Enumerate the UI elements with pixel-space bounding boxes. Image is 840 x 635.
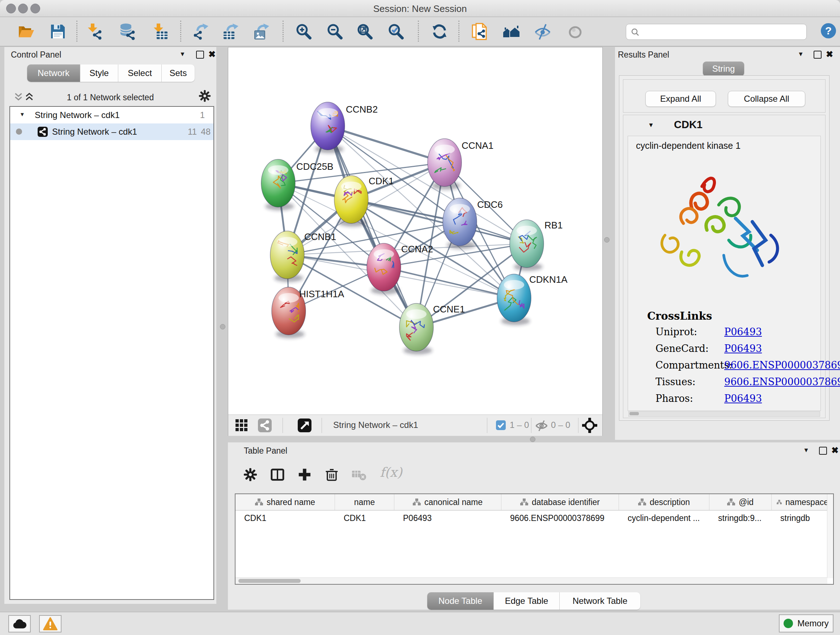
crosslink-link[interactable]: P06493 — [724, 343, 762, 354]
eye-slash-icon — [534, 23, 551, 40]
collapse-all-button[interactable]: Collapse All — [728, 91, 805, 107]
control-panel-menu-icon[interactable]: ▼ — [180, 51, 186, 58]
zoom-in-button[interactable] — [295, 23, 312, 40]
crosslink-link[interactable]: 9606.ENSP00000378699 — [724, 359, 840, 371]
warnings-button[interactable] — [39, 615, 62, 632]
toolbar-separator — [458, 21, 459, 42]
crosslink-label: Compartments: — [655, 359, 732, 371]
export-image-button[interactable] — [253, 23, 271, 40]
column-header[interactable]: @id — [709, 494, 772, 510]
crosslink-link[interactable]: P06493 — [724, 326, 762, 337]
column-header[interactable]: canonical name — [394, 494, 501, 510]
refresh-view-button[interactable] — [431, 23, 448, 40]
cloud-status-button[interactable] — [8, 615, 31, 632]
cell-shared-name[interactable]: CDK1 — [235, 510, 335, 526]
search-icon — [630, 27, 640, 37]
results-horizontal-scrollbar[interactable] — [628, 411, 820, 417]
network-selection-status: 1 of 1 Network selected — [4, 93, 216, 103]
section-expander-icon[interactable]: ▼ — [648, 122, 654, 129]
help-button[interactable]: ? — [820, 22, 837, 40]
import-database-icon — [118, 23, 136, 40]
crosslink-link[interactable]: P06493 — [724, 393, 762, 404]
zoom-selected-button[interactable] — [387, 23, 404, 40]
tab-network[interactable]: Network — [27, 65, 80, 82]
cell-canonical-name[interactable]: P06493 — [394, 510, 501, 526]
splitter-handle[interactable] — [604, 237, 609, 242]
column-header[interactable]: description — [619, 494, 709, 510]
first-neighbors-button[interactable] — [502, 23, 520, 40]
tab-select[interactable]: Select — [118, 65, 161, 82]
table-vertical-scrollbar[interactable] — [827, 494, 833, 578]
import-network-from-database-button[interactable] — [118, 23, 136, 40]
zoom-out-button[interactable] — [326, 23, 343, 40]
delete-column-icon[interactable] — [325, 468, 339, 481]
tab-node-table[interactable]: Node Table — [427, 592, 493, 610]
search-input[interactable] — [644, 25, 804, 38]
network-share-view-icon[interactable] — [258, 418, 272, 432]
selected-checkbox-icon[interactable] — [496, 420, 506, 430]
tab-network-table[interactable]: Network Table — [559, 592, 640, 610]
tab-edge-table[interactable]: Edge Table — [493, 592, 559, 610]
new-network-from-selection-button[interactable] — [471, 23, 488, 40]
cell-name[interactable]: CDK1 — [335, 510, 394, 526]
table-panel: Table Panel ▼ ✖ f(x) shared name name ca… — [228, 442, 840, 610]
crosslink-link[interactable]: 9606.ENSP00000378699 — [724, 376, 840, 387]
expand-all-button[interactable]: Expand All — [645, 91, 716, 107]
network-canvas[interactable]: CCNB2CCNA1CDC25BCDK1CDC6RB1CCNB1CCNA2CDK… — [228, 48, 602, 415]
node-label-cdc25b: CDC25B — [296, 161, 333, 172]
new-network-document-icon — [471, 23, 488, 40]
network-options-gear-icon[interactable] — [199, 90, 211, 102]
column-header[interactable]: namespace — [772, 494, 829, 510]
cell-database-identifier[interactable]: 9606.ENSP00000378699 — [501, 510, 619, 526]
table-horizontal-scrollbar[interactable] — [235, 578, 827, 584]
network-collection-row[interactable]: ▼ String Network – cdk1 1 — [10, 107, 213, 124]
tab-sets[interactable]: Sets — [161, 65, 195, 82]
table-panel-menu-icon[interactable]: ▼ — [803, 447, 809, 454]
table-panel-title: Table Panel — [244, 446, 287, 456]
show-all-button[interactable] — [567, 23, 584, 40]
results-panel-float-icon[interactable] — [813, 51, 821, 59]
table-options-gear-icon[interactable] — [243, 468, 257, 481]
results-panel-close-icon[interactable]: ✖ — [826, 49, 833, 59]
table-type-tabs: Node Table Edge Table Network Table — [427, 592, 640, 610]
tab-string[interactable]: String — [703, 62, 744, 76]
table-panel-close-icon[interactable]: ✖ — [831, 445, 838, 455]
birds-eye-view-icon[interactable] — [582, 418, 597, 433]
zoom-fit-icon — [356, 23, 373, 40]
network-row-selected[interactable]: String Network – cdk1 11 48 — [10, 124, 213, 140]
grid-view-icon[interactable] — [235, 419, 248, 432]
splitter-handle[interactable] — [530, 437, 535, 442]
zoom-out-icon — [326, 23, 343, 40]
table-row[interactable]: CDK1 CDK1 P06493 9606.ENSP00000378699 cy… — [235, 510, 833, 526]
node-result-section: ▼ CDK1 cyclin-dependent kinase 1 — [623, 115, 826, 418]
zoom-fit-button[interactable] — [356, 23, 373, 40]
cell-namespace[interactable]: stringdb — [772, 510, 829, 526]
save-session-button[interactable] — [49, 23, 66, 40]
import-table-from-file-button[interactable] — [152, 23, 169, 40]
control-panel-float-icon[interactable] — [196, 51, 204, 59]
control-panel-close-icon[interactable]: ✖ — [208, 49, 216, 59]
column-header[interactable]: shared name — [235, 494, 335, 510]
hide-selected-button[interactable] — [534, 23, 551, 40]
column-header[interactable]: database identifier — [501, 494, 619, 510]
table-panel-float-icon[interactable] — [819, 447, 827, 455]
show-columns-icon[interactable] — [271, 468, 284, 481]
export-network-button[interactable] — [193, 23, 210, 40]
splitter-handle[interactable] — [220, 324, 225, 329]
results-panel-menu-icon[interactable]: ▼ — [798, 51, 804, 58]
column-header[interactable]: name — [335, 494, 394, 510]
open-session-button[interactable] — [17, 23, 35, 40]
tree-expander-icon[interactable]: ▼ — [19, 111, 25, 117]
add-column-icon[interactable] — [298, 468, 311, 481]
memory-button[interactable]: Memory — [779, 614, 834, 632]
node-label-ccne1: CCNE1 — [433, 304, 465, 315]
cell-description[interactable]: cyclin-dependent ... — [619, 510, 709, 526]
export-table-button[interactable] — [223, 23, 240, 40]
import-network-from-file-button[interactable] — [87, 23, 104, 40]
help-icon: ? — [820, 22, 837, 40]
export-view-icon[interactable] — [298, 418, 311, 432]
cell-id[interactable]: stringdb:9... — [709, 510, 772, 526]
network-collection-label: String Network – cdk1 — [35, 110, 120, 120]
column-type-icon — [777, 499, 782, 506]
tab-style[interactable]: Style — [80, 65, 118, 82]
